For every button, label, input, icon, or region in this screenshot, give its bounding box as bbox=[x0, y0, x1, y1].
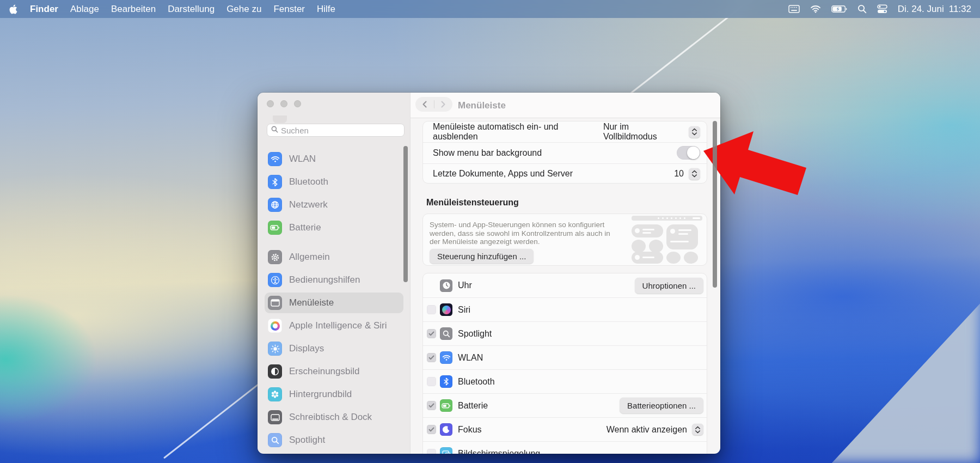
settings-content: Menüleiste Menüleiste automatisch ein- u… bbox=[410, 93, 720, 454]
sidebar-item-allgemein[interactable]: Allgemein bbox=[265, 247, 403, 267]
sidebar-item-label: Apple Intelligence & Siri bbox=[289, 320, 387, 331]
autohide-value: Nur im Vollbildmodus bbox=[603, 122, 689, 142]
sidebar-item-wlan[interactable]: WLAN bbox=[265, 149, 403, 169]
globe-icon bbox=[268, 198, 282, 212]
settings-sidebar: WLAN Bluetooth Netzwerk Batterie Allge bbox=[258, 93, 410, 454]
sidebar-item-label: Allgemein bbox=[289, 252, 330, 263]
window-controls bbox=[267, 100, 301, 107]
accessibility-icon bbox=[268, 273, 282, 287]
content-scrollbar[interactable] bbox=[713, 121, 717, 288]
recent-items-stepper[interactable] bbox=[689, 168, 700, 180]
appearance-icon bbox=[268, 364, 282, 379]
bluetooth-icon bbox=[440, 375, 452, 388]
sidebar-item-spotlight[interactable]: Spotlight bbox=[265, 430, 403, 450]
wifi-icon bbox=[268, 152, 282, 166]
spotlight-checkbox[interactable] bbox=[427, 329, 436, 338]
time-label: 11:32 bbox=[949, 4, 971, 15]
sidebar-item-menuleiste[interactable]: Menüleiste bbox=[265, 293, 403, 313]
menubar-controls-list: Uhr Uhroptionen ... Siri Spotlight bbox=[422, 273, 707, 454]
recent-items-value: 10 bbox=[674, 169, 689, 179]
screen-mirroring-checkbox[interactable] bbox=[427, 449, 436, 454]
menu-bar-clock[interactable]: Di. 24. Juni 11:32 bbox=[898, 4, 971, 15]
list-row-siri: Siri bbox=[423, 297, 707, 321]
list-row-bluetooth: Bluetooth bbox=[423, 369, 707, 393]
list-row-uhr: Uhr Uhroptionen ... bbox=[423, 273, 707, 297]
close-button[interactable] bbox=[267, 100, 274, 107]
flower-icon bbox=[268, 387, 282, 401]
setting-row-recent-items: Letzte Dokumente, Apps und Server 10 bbox=[423, 163, 707, 184]
forward-button[interactable] bbox=[434, 97, 453, 112]
autohide-dropdown-stepper[interactable] bbox=[689, 126, 700, 138]
batterie-checkbox[interactable] bbox=[427, 401, 436, 410]
wlan-checkbox[interactable] bbox=[427, 353, 436, 362]
sidebar-item-netzwerk[interactable]: Netzwerk bbox=[265, 194, 403, 215]
menu-bearbeiten[interactable]: Bearbeiten bbox=[111, 4, 156, 15]
magnifier-icon bbox=[440, 327, 452, 340]
nav-buttons bbox=[415, 97, 452, 112]
sidebar-item-label: Netzwerk bbox=[289, 199, 328, 210]
menu-fenster[interactable]: Fenster bbox=[273, 4, 305, 15]
sidebar-item-label: Spotlight bbox=[289, 435, 325, 446]
menu-darstellung[interactable]: Darstellung bbox=[168, 4, 215, 15]
minimize-button[interactable] bbox=[280, 100, 287, 107]
add-control-button[interactable]: Steuerung hinzufügen ... bbox=[430, 249, 534, 264]
sidebar-item-bedienungshilfen[interactable]: Bedienungshilfen bbox=[265, 270, 403, 290]
fokus-checkbox[interactable] bbox=[427, 425, 436, 434]
clock-options-button[interactable]: Uhroptionen ... bbox=[635, 278, 703, 294]
fokus-dropdown-stepper[interactable] bbox=[692, 424, 703, 435]
sidebar-item-schreibtisch-dock[interactable]: Schreibtisch & Dock bbox=[265, 407, 403, 428]
input-source-icon[interactable] bbox=[788, 5, 800, 13]
apple-menu-icon[interactable] bbox=[9, 4, 18, 15]
control-center-icon[interactable] bbox=[877, 4, 887, 14]
list-row-bildschirmspiegelung: Bildschirmspiegelung bbox=[423, 441, 707, 454]
battery-charging-icon[interactable] bbox=[831, 5, 847, 13]
battery-options-button[interactable]: Batterieoptionen ... bbox=[620, 398, 703, 413]
fokus-display-value: Wenn aktiv anzeigen bbox=[607, 425, 692, 435]
sidebar-item-erscheinungsbild[interactable]: Erscheinungsbild bbox=[265, 361, 403, 382]
wifi-icon bbox=[440, 351, 452, 364]
zoom-button[interactable] bbox=[294, 100, 301, 107]
sidebar-item-label: WLAN bbox=[289, 154, 316, 165]
system-settings-window: WLAN Bluetooth Netzwerk Batterie Allge bbox=[258, 93, 720, 454]
menu-gehe-zu[interactable]: Gehe zu bbox=[226, 4, 261, 15]
back-button[interactable] bbox=[415, 97, 434, 112]
menu-finder[interactable]: Finder bbox=[30, 4, 58, 15]
menu-ablage[interactable]: Ablage bbox=[70, 4, 99, 15]
sidebar-item-label: Bedienungshilfen bbox=[289, 275, 360, 285]
sidebar-scrollbar[interactable] bbox=[403, 146, 408, 282]
scrolled-item-ghost bbox=[273, 115, 287, 123]
apple-intelligence-icon bbox=[268, 319, 282, 333]
search-icon bbox=[271, 125, 278, 135]
date-label: Di. 24. Juni bbox=[898, 4, 944, 15]
spotlight-search-icon[interactable] bbox=[857, 4, 867, 14]
list-row-fokus: Fokus Wenn aktiv anzeigen bbox=[423, 417, 707, 441]
sidebar-item-label: Batterie bbox=[289, 222, 321, 233]
sidebar-item-batterie[interactable]: Batterie bbox=[265, 217, 403, 238]
screen-mirroring-icon bbox=[440, 447, 452, 454]
show-menu-bar-background-toggle[interactable] bbox=[677, 146, 700, 160]
search-input[interactable] bbox=[281, 126, 400, 135]
sidebar-item-displays[interactable]: Displays bbox=[265, 338, 403, 359]
sidebar-item-label: Schreibtisch & Dock bbox=[289, 412, 372, 423]
list-row-wlan: WLAN bbox=[423, 345, 707, 369]
sidebar-item-label: Erscheinungsbild bbox=[289, 366, 359, 377]
list-row-batterie: Batterie Batterieoptionen ... bbox=[423, 393, 707, 417]
bluetooth-checkbox[interactable] bbox=[427, 377, 436, 386]
menu-hilfe[interactable]: Hilfe bbox=[317, 4, 335, 15]
clock-icon bbox=[440, 279, 452, 292]
sidebar-search[interactable] bbox=[267, 124, 405, 137]
sidebar-item-hintergrundbild[interactable]: Hintergrundbild bbox=[265, 384, 403, 405]
battery-icon bbox=[268, 221, 282, 235]
wifi-icon[interactable] bbox=[810, 5, 821, 13]
sidebar-item-apple-intelligence-siri[interactable]: Apple Intelligence & Siri bbox=[265, 315, 403, 336]
content-header: Menüleiste bbox=[411, 93, 720, 118]
sidebar-item-label: Hintergrundbild bbox=[289, 389, 352, 400]
section-description: System- und App-Steuerungen können so ko… bbox=[430, 221, 621, 246]
siri-checkbox[interactable] bbox=[427, 305, 436, 314]
section-title: Menüleistensteuerung bbox=[426, 198, 519, 208]
sidebar-item-bluetooth[interactable]: Bluetooth bbox=[265, 172, 403, 192]
sidebar-item-label: Displays bbox=[289, 343, 324, 354]
setting-row-autohide: Menüleiste automatisch ein- und ausblend… bbox=[423, 121, 707, 142]
gear-icon bbox=[268, 250, 282, 264]
sidebar-item-label: Bluetooth bbox=[289, 176, 328, 187]
